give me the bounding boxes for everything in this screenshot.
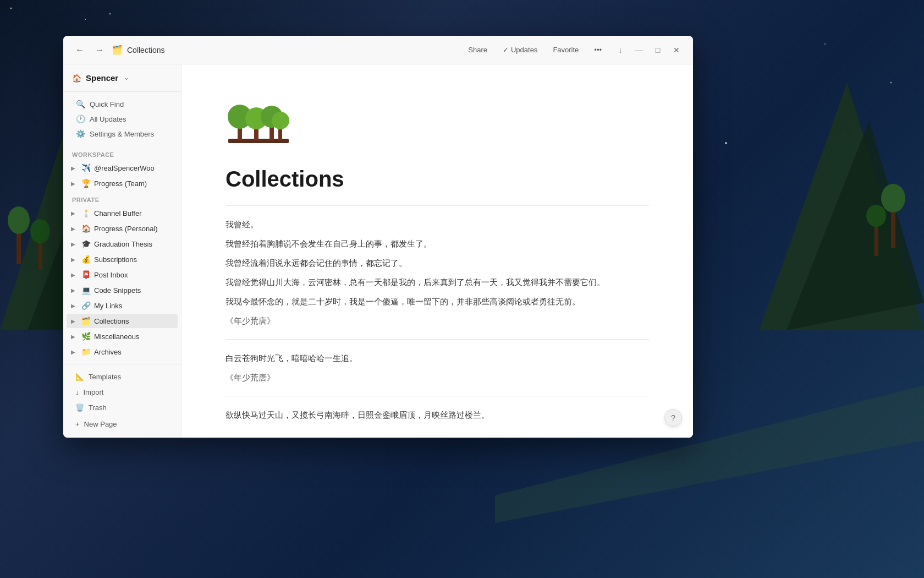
sidebar-footer: 📐 Templates ↓ Import 🗑️ Trash + New Page (63, 364, 181, 438)
more-button[interactable]: ••• (590, 43, 606, 56)
main-area: 🏠 Spencer ⌄ 🔍 Quick Find 🕐 All Updates ⚙… (63, 64, 693, 438)
trash-icon: 🗑️ (75, 403, 84, 412)
breadcrumb-title: Collections (127, 46, 164, 54)
forward-button[interactable]: → (92, 42, 107, 58)
page-title: Collections (226, 166, 649, 192)
paragraph-1: 我曾经。 (226, 217, 649, 232)
download-button[interactable]: ↓ (613, 42, 628, 58)
chevron-right-icon: ▶ (71, 303, 78, 309)
sidebar-item-templates[interactable]: 📐 Templates (67, 369, 178, 384)
svg-rect-15 (891, 209, 895, 248)
item-icon: 🌿 (81, 332, 91, 341)
private-section-label: PRIVATE (63, 191, 181, 205)
svg-point-16 (881, 184, 905, 212)
sidebar-item-trash[interactable]: 🗑️ Trash (67, 400, 178, 415)
svg-rect-22 (270, 126, 274, 140)
templates-icon: 📐 (75, 373, 84, 381)
svg-point-4 (725, 142, 727, 144)
svg-point-6 (890, 82, 892, 84)
svg-rect-11 (16, 231, 21, 264)
quote-1: 《年少荒唐》 (226, 313, 649, 328)
sidebar-item-progress-team[interactable]: ▶ 🏆 Progress (Team) (67, 176, 178, 190)
help-button[interactable]: ? (664, 409, 682, 427)
item-icon: 🔗 (81, 301, 91, 310)
updates-button[interactable]: ✓ Updates (498, 43, 542, 56)
sidebar-item-miscellaneous[interactable]: ▶ 🌿 Miscellaneous (67, 329, 178, 343)
sidebar-item-archives[interactable]: ▶ 📁 Archives (67, 345, 178, 359)
item-icon: 📁 (81, 347, 91, 356)
sidebar-nav: 🔍 Quick Find 🕐 All Updates ⚙️ Settings &… (63, 92, 181, 146)
paragraph-6: 白云苍狗时光飞，嘻嘻哈哈一生追。 (226, 351, 649, 366)
sidebar-item-all-updates[interactable]: 🕐 All Updates (67, 112, 178, 126)
page-icon-large (226, 86, 649, 166)
chevron-right-icon: ▶ (71, 165, 78, 171)
chevron-right-icon: ▶ (71, 318, 78, 324)
item-icon: 💰 (81, 255, 91, 264)
sidebar-item-channel-buffer[interactable]: ▶ 🕯️ Channel Buffer (67, 206, 178, 220)
chevron-down-icon: ⌄ (124, 74, 129, 81)
sidebar-item-real-spencer[interactable]: ▶ ✈️ @realSpencerWoo (67, 161, 178, 175)
sidebar-item-progress-personal[interactable]: ▶ 🏠 Progress (Personal) (67, 221, 178, 236)
workspace-icon: 🏠 (72, 74, 81, 83)
content-divider-2 (226, 339, 649, 340)
sidebar-item-quick-find[interactable]: 🔍 Quick Find (67, 97, 178, 111)
svg-rect-21 (254, 128, 258, 140)
check-icon: ✓ (503, 46, 509, 54)
chevron-right-icon: ▶ (71, 334, 78, 340)
chevron-right-icon: ▶ (71, 241, 78, 247)
svg-point-5 (824, 43, 826, 45)
paragraph-5: 我现今最怀念的，就是二十岁时，我是一个傻逼，唯一留下的，并非那些高谈阔论或者勇往… (226, 294, 649, 309)
maximize-button[interactable]: □ (650, 42, 666, 58)
import-icon: ↓ (75, 388, 79, 396)
item-icon: 🗂️ (81, 317, 91, 325)
sidebar-item-subscriptions[interactable]: ▶ 💰 Subscriptions (67, 252, 178, 266)
chevron-right-icon: ▶ (71, 287, 78, 293)
sidebar-item-collections[interactable]: ▶ 🗂️ Collections (67, 314, 178, 328)
clock-icon: 🕐 (75, 114, 85, 123)
item-icon: 🎓 (81, 239, 91, 248)
workspace-name[interactable]: 🏠 Spencer ⌄ (72, 71, 172, 85)
sidebar-header: 🏠 Spencer ⌄ (63, 64, 181, 92)
search-icon: 🔍 (75, 100, 85, 108)
paragraph-3: 我曾经流着泪说永远都会记住的事情，都忘记了。 (226, 255, 649, 270)
sidebar-item-import[interactable]: ↓ Import (67, 385, 178, 400)
sidebar-item-my-links[interactable]: ▶ 🔗 My Links (67, 298, 178, 313)
item-icon: ✈️ (81, 163, 91, 172)
svg-rect-13 (38, 242, 42, 270)
new-page-button[interactable]: + New Page (67, 416, 178, 433)
page-icon: 🗂️ (112, 45, 123, 55)
svg-point-1 (85, 19, 86, 20)
sidebar-item-settings[interactable]: ⚙️ Settings & Members (67, 127, 178, 141)
minimize-button[interactable]: — (631, 42, 647, 58)
sidebar: 🏠 Spencer ⌄ 🔍 Quick Find 🕐 All Updates ⚙… (63, 64, 182, 438)
svg-point-2 (109, 13, 111, 15)
back-button[interactable]: ← (72, 42, 87, 58)
window-controls: ↓ — □ ✕ (613, 42, 684, 58)
item-icon: 🕯️ (81, 209, 91, 217)
content-divider (226, 205, 649, 206)
content-area: Collections 我曾经。 我曾经拍着胸脯说不会发生在自己身上的事，都发生… (182, 64, 693, 438)
sidebar-item-graduation-thesis[interactable]: ▶ 🎓 Graduation Thesis (67, 237, 178, 251)
plus-icon: + (75, 420, 80, 428)
share-button[interactable]: Share (464, 43, 492, 56)
title-bar-left: ← → 🗂️ Collections (72, 42, 164, 58)
svg-point-18 (866, 205, 886, 227)
app-window: ← → 🗂️ Collections Share ✓ Updates Favor… (63, 36, 693, 438)
item-icon: 🏆 (81, 179, 91, 188)
close-button[interactable]: ✕ (669, 42, 684, 58)
title-bar-right: Share ✓ Updates Favorite ••• ↓ — □ (464, 42, 684, 58)
workspace-section-label: WORKSPACE (63, 146, 181, 160)
sidebar-item-code-snippets[interactable]: ▶ 💻 Code Snippets (67, 283, 178, 297)
title-bar: ← → 🗂️ Collections Share ✓ Updates Favor… (63, 36, 693, 64)
quote-2: 《年少荒唐》 (226, 370, 649, 385)
svg-rect-23 (278, 129, 282, 140)
gear-icon: ⚙️ (75, 129, 85, 138)
item-icon: 🏠 (81, 224, 91, 233)
chevron-right-icon: ▶ (71, 210, 78, 216)
paragraph-4: 我曾经觉得山川大海，云河密林，总有一天都是我的，后来真到了总有一天，我又觉得我并… (226, 275, 649, 290)
chevron-right-icon: ▶ (71, 272, 78, 278)
sidebar-item-post-inbox[interactable]: ▶ 📮 Post Inbox (67, 268, 178, 282)
chevron-right-icon: ▶ (71, 226, 78, 232)
svg-point-0 (10, 8, 12, 9)
favorite-button[interactable]: Favorite (548, 43, 583, 56)
